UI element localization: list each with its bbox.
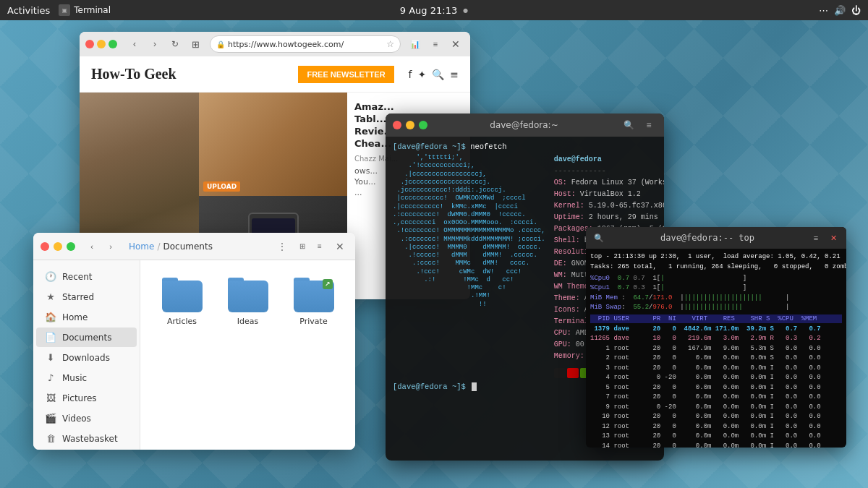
top-close-btn[interactable]: ✕ <box>826 231 841 245</box>
term-username: dave@fedora <box>554 155 602 163</box>
browser-forward-button[interactable]: › <box>146 35 163 53</box>
filemanager-window: ‹ › Home / Documents ⋮ ⊞ ≡ ✕ 🕐 Recent <box>33 233 355 450</box>
htg-header: How-To Geek FREE NEWSLETTER f ✦ 🔍 ≡ <box>80 56 470 93</box>
sidebar-item-documents[interactable]: 📄 Documents <box>36 328 137 347</box>
fm-body: 🕐 Recent ★ Starred 🏠 Home 📄 Documents ⬇ <box>33 260 355 450</box>
browser-minimize-button[interactable] <box>97 40 106 48</box>
top-search-btn[interactable]: 🔍 <box>592 231 606 245</box>
twitter-icon[interactable]: ✦ <box>418 69 427 80</box>
menu-icon[interactable]: ≡ <box>450 69 459 80</box>
sidebar-videos-label: Videos <box>62 414 91 424</box>
fm-content: Articles Ideas <box>140 260 355 450</box>
browser-maximize-button[interactable] <box>109 40 117 48</box>
sidebar-item-videos[interactable]: 🎬 Videos <box>36 408 137 428</box>
search-icon[interactable]: 🔍 <box>432 69 444 80</box>
term-titlebar: dave@fedora:~ 🔍 ≡ <box>386 114 664 137</box>
sidebar-item-downloads[interactable]: ⬇ Downloads <box>36 348 137 367</box>
breadcrumb-docs[interactable]: Documents <box>163 241 212 252</box>
facebook-icon[interactable]: f <box>409 69 412 80</box>
sidebar-item-pictures[interactable]: 🖼 Pictures <box>36 388 137 408</box>
term-maximize-btn[interactable] <box>419 121 427 129</box>
folder-ideas-base <box>228 281 268 312</box>
browser-window-close-button[interactable]: ✕ <box>447 35 464 53</box>
documents-icon: 📄 <box>45 332 56 343</box>
sidebar-item-wastebasket[interactable]: 🗑 Wastebasket <box>36 429 137 448</box>
url-text: https://www.howtogeek.com/ <box>228 40 344 49</box>
fm-list-view-btn[interactable]: ≡ <box>312 239 328 254</box>
fm-search-btn[interactable]: ⋮ <box>274 239 290 254</box>
fm-minimize-btn[interactable] <box>54 242 62 251</box>
top-row-dave: 1379 dave 20 0 4842.6m 171.0m 39.2m S 0.… <box>590 325 842 335</box>
browser-back-button[interactable]: ‹ <box>126 35 143 53</box>
network-icon[interactable]: ⋯ <box>819 5 828 16</box>
top-titlebar: 🔍 dave@fedora:-- top ≡ ✕ <box>586 227 846 249</box>
topbar-datetime: 9 Aug 21:13 <box>400 5 457 16</box>
fm-titlebar: ‹ › Home / Documents ⋮ ⊞ ≡ ✕ <box>33 233 355 260</box>
volume-icon[interactable]: 🔊 <box>834 5 846 16</box>
videos-icon: 🎬 <box>45 413 56 424</box>
folder-private[interactable]: ↗ Private <box>284 272 344 332</box>
top-row-root-14: 14 root 20 0 0.0m 0.0m 0.0m I 0.0 0.0 <box>590 442 842 448</box>
top-row-root-9: 9 root 0 -20 0.0m 0.0m 0.0m I 0.0 0.0 <box>590 403 842 413</box>
power-icon[interactable]: ⏻ <box>851 5 861 16</box>
top-col-headers: PID USER PR NI VIRT RES SHR S %CPU %MEM <box>590 314 842 323</box>
newsletter-button[interactable]: FREE NEWSLETTER <box>298 66 393 83</box>
term-title: dave@fedora:~ <box>432 120 616 130</box>
folder-articles-label: Articles <box>167 317 197 326</box>
sidebar-item-recent[interactable]: 🕐 Recent <box>36 267 137 286</box>
sidebar-item-music[interactable]: ♪ Music <box>36 368 137 388</box>
sidebar-item-starred[interactable]: ★ Starred <box>36 287 137 307</box>
info-host-val: VirtualBox 1.2 <box>580 190 641 198</box>
term-minimize-btn[interactable] <box>406 121 414 129</box>
browser-menu-button[interactable]: ≡ <box>427 35 444 53</box>
folder-articles[interactable]: Articles <box>152 272 212 332</box>
folder-ideas[interactable]: Ideas <box>218 272 278 332</box>
info-os-val: Fedora Linux 37 (Worksta <box>571 179 664 187</box>
sidebar-pictures-label: Pictures <box>62 393 97 403</box>
folder-private-label: Private <box>299 317 327 326</box>
home-icon: 🏠 <box>45 312 56 322</box>
term-command-line: [dave@fedora ~]$ neofetch <box>393 142 657 151</box>
top-mem-bar: MiB Mem : 64.7/171.0 |||||||||||||||||||… <box>590 294 842 304</box>
info-uptime-key: Uptime: <box>554 213 589 221</box>
top-row-root-7: 7 root 20 0 0.0m 0.0m 0.0m I 0.0 0.0 <box>590 393 842 403</box>
top-row-root-3: 3 root 20 0 0.0m 0.0m 0.0m I 0.0 0.0 <box>590 364 842 374</box>
breadcrumb: Home / Documents <box>129 241 264 252</box>
info-kernel-key: Kernel: <box>554 202 589 210</box>
fm-maximize-btn[interactable] <box>67 242 75 251</box>
info-host-key: Host: <box>554 190 580 198</box>
music-icon: ♪ <box>45 372 56 383</box>
browser-close-button[interactable] <box>85 40 94 48</box>
fm-forward-btn[interactable]: › <box>103 239 119 254</box>
term-menu-btn[interactable]: ≡ <box>641 117 657 133</box>
info-memory-key: Memory: <box>554 352 589 360</box>
term-search-btn[interactable]: 🔍 <box>621 117 637 133</box>
term-prompt: [dave@fedora ~]$ <box>393 142 466 151</box>
bookmark-icon[interactable]: ☆ <box>386 39 394 49</box>
upload-badge: UPLOAD <box>203 181 240 192</box>
term-close-btn[interactable] <box>393 121 401 129</box>
browser-titlebar: ‹ › ↻ ⊞ 🔒 https://www.howtogeek.com/ ☆ 📊… <box>80 32 470 56</box>
top-body: top - 21:13:30 up 2:30, 1 user, load ave… <box>586 249 846 448</box>
top-menu-btn[interactable]: ≡ <box>809 231 823 245</box>
fm-grid-view-btn[interactable]: ⊞ <box>294 239 310 254</box>
breadcrumb-home[interactable]: Home <box>129 241 154 252</box>
top-cpu-mem-bars: %Cpu0 0.7 0.7 1[| ] %Cpu1 0.7 0.3 1[| ] … <box>590 274 842 313</box>
term-separator: ------------ <box>554 167 606 175</box>
address-bar[interactable]: 🔒 https://www.howtogeek.com/ ☆ <box>210 35 401 53</box>
top-row-root-10: 10 root 20 0 0.0m 0.0m 0.0m I 0.0 0.0 <box>590 412 842 422</box>
browser-home-button[interactable]: ⊞ <box>187 35 204 53</box>
browser-reload-button[interactable]: ↻ <box>166 35 184 53</box>
breadcrumb-sep: / <box>157 241 160 252</box>
folder-private-badge: ↗ <box>323 279 333 289</box>
term-prompt2: [dave@fedora ~]$ <box>393 382 466 391</box>
fm-close-btn[interactable] <box>41 242 49 251</box>
fm-window-close-btn[interactable]: ✕ <box>332 239 348 254</box>
sidebar-item-home[interactable]: 🏠 Home <box>36 307 137 327</box>
terminal-indicator: ▣ Terminal <box>59 4 111 16</box>
topbar-dot: ● <box>463 7 468 14</box>
activities-button[interactable]: Activities <box>7 5 50 16</box>
other-locations-btn[interactable]: + Other Locations <box>36 449 137 450</box>
fm-back-btn[interactable]: ‹ <box>84 239 100 254</box>
browser-graphs-button[interactable]: 📊 <box>407 35 424 53</box>
